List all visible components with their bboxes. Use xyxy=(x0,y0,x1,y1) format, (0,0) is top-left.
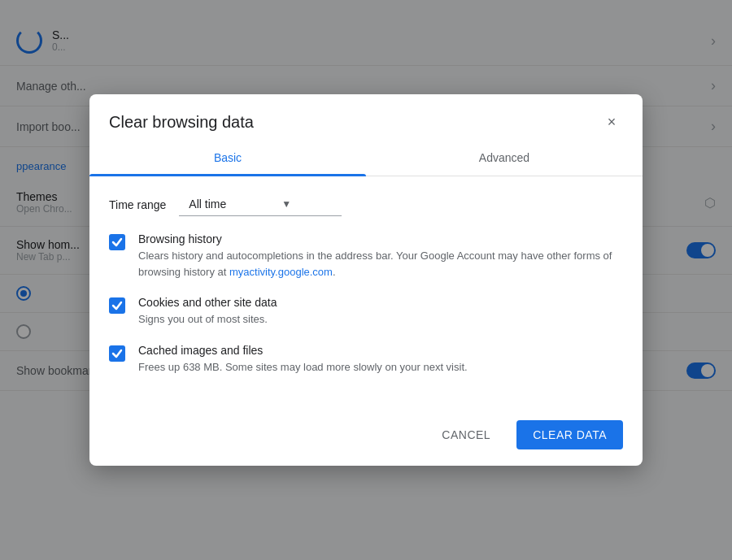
clear-data-button[interactable]: CLEAR DATA xyxy=(516,420,623,449)
dialog-title: Clear browsing data xyxy=(109,113,254,132)
checkmark-icon xyxy=(111,348,123,359)
time-range-label: Time range xyxy=(109,198,166,211)
myactivity-link[interactable]: myactivity.google.com xyxy=(229,266,333,278)
browsing-history-title: Browsing history xyxy=(138,232,623,245)
checkbox-cookies-text: Cookies and other site data Signs you ou… xyxy=(138,296,277,328)
cancel-button[interactable]: CANCEL xyxy=(425,420,507,449)
dialog-footer: CANCEL CLEAR DATA xyxy=(89,407,643,466)
cookies-title: Cookies and other site data xyxy=(138,296,277,309)
cached-title: Cached images and files xyxy=(138,344,468,357)
dialog-body: Time range All time ▼ Browsing history C… xyxy=(89,176,643,407)
close-button[interactable]: × xyxy=(600,111,623,133)
checkbox-browsing-history-text: Browsing history Clears history and auto… xyxy=(138,232,623,280)
dialog-header: Clear browsing data × xyxy=(89,94,643,133)
time-range-select[interactable]: All time ▼ xyxy=(179,193,342,216)
checkmark-icon xyxy=(111,300,123,311)
cached-desc: Frees up 638 MB. Some sites may load mor… xyxy=(138,359,468,376)
tab-basic[interactable]: Basic xyxy=(89,140,366,176)
time-range-row: Time range All time ▼ xyxy=(109,193,623,216)
dropdown-arrow-icon: ▼ xyxy=(281,198,291,210)
checkbox-cookies-input[interactable] xyxy=(109,297,125,314)
checkmark-icon xyxy=(111,237,123,248)
tab-advanced[interactable]: Advanced xyxy=(366,140,643,176)
checkbox-browsing-history: Browsing history Clears history and auto… xyxy=(109,232,623,280)
dialog-tabs: Basic Advanced xyxy=(89,140,643,176)
clear-browsing-data-dialog: Clear browsing data × Basic Advanced Tim… xyxy=(89,94,643,466)
browsing-history-desc: Clears history and autocompletions in th… xyxy=(138,248,623,280)
checkbox-cached: Cached images and files Frees up 638 MB.… xyxy=(109,344,623,376)
checkbox-cached-input[interactable] xyxy=(109,345,125,362)
checkbox-cached-text: Cached images and files Frees up 638 MB.… xyxy=(138,344,468,376)
cookies-desc: Signs you out of most sites. xyxy=(138,311,277,328)
time-range-value: All time xyxy=(189,198,226,211)
dialog-overlay: Clear browsing data × Basic Advanced Tim… xyxy=(0,0,732,560)
checkbox-browsing-history-input[interactable] xyxy=(109,234,125,250)
checkbox-cookies: Cookies and other site data Signs you ou… xyxy=(109,296,623,328)
